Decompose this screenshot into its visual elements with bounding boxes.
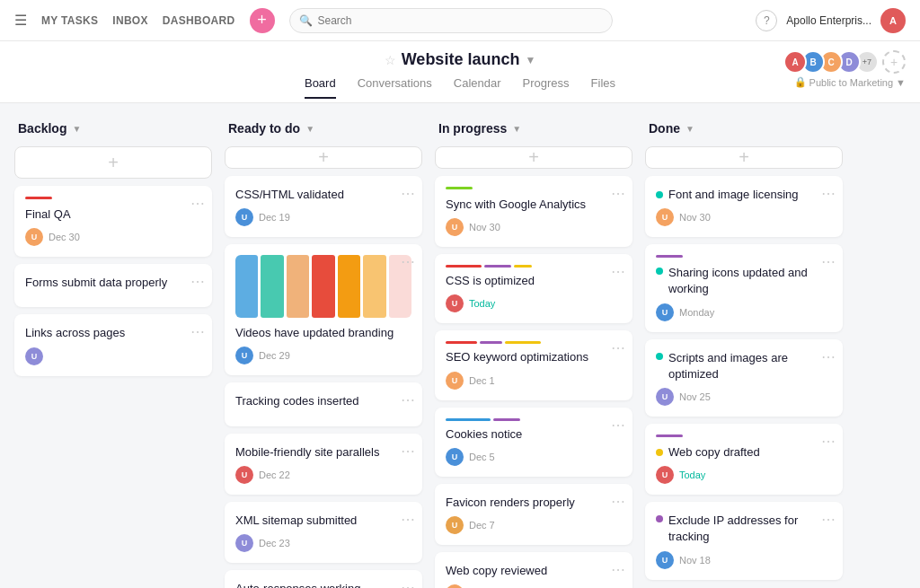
- tab-board[interactable]: Board: [305, 76, 336, 99]
- card-more-icon[interactable]: ⋯: [401, 579, 415, 588]
- card-title: Final QA: [25, 206, 201, 223]
- my-tasks-link[interactable]: MY TASKS: [41, 14, 98, 27]
- card-mobile-friendly[interactable]: Mobile-friendly site parallels U Dec 22 …: [225, 434, 422, 495]
- card-meta: U: [25, 347, 201, 365]
- card-title: Tracking codes inserted: [235, 393, 411, 409]
- card-avatar: U: [446, 516, 464, 534]
- progress-bar-1: [446, 265, 482, 268]
- card-avatar: U: [235, 347, 253, 364]
- column-in-progress: In progress ▼ + Sync with Google Analyti…: [435, 121, 632, 570]
- card-css-html[interactable]: CSS/HTML validated U Dec 19 ⋯: [225, 176, 422, 237]
- column-done: Done ▼ + Font and image licensing U Nov …: [645, 121, 843, 570]
- card-cookies-notice[interactable]: Cookies notice U Dec 5 ⋯: [435, 408, 632, 477]
- card-avatar: U: [656, 551, 674, 569]
- card-more-icon[interactable]: ⋯: [611, 185, 625, 202]
- column-dropdown-progress[interactable]: ▼: [512, 124, 521, 134]
- add-card-backlog[interactable]: +: [14, 146, 212, 179]
- card-exclude-ip[interactable]: Exclude IP addresses for tracking U Nov …: [645, 502, 843, 579]
- column-dropdown-done[interactable]: ▼: [686, 124, 694, 134]
- card-seo-keyword[interactable]: SEO keyword optimizations U Dec 1 ⋯: [435, 330, 632, 399]
- card-meta: U Nov 18: [656, 551, 832, 569]
- card-forms-submit[interactable]: Forms submit data properly ⋯: [14, 264, 212, 307]
- card-css-optimized[interactable]: CSS is optimized U Today ⋯: [435, 254, 632, 323]
- card-more-icon[interactable]: ⋯: [821, 433, 836, 450]
- card-date: Dec 22: [259, 470, 290, 480]
- progress-bars: [446, 341, 622, 344]
- add-button[interactable]: +: [250, 8, 275, 33]
- tab-progress[interactable]: Progress: [523, 76, 570, 99]
- card-more-icon[interactable]: ⋯: [821, 185, 836, 202]
- help-button[interactable]: ?: [756, 10, 777, 31]
- card-web-copy-reviewed[interactable]: Web copy reviewed U Dec 9 ⋯: [435, 552, 632, 588]
- column-header-backlog: Backlog ▼: [14, 121, 212, 136]
- card-sharing-icons[interactable]: Sharing icons updated and working U Mond…: [645, 244, 843, 331]
- tab-calendar[interactable]: Calendar: [454, 76, 501, 99]
- swatch-3: [287, 255, 309, 318]
- swatch-6: [363, 255, 385, 318]
- column-title-done: Done: [649, 121, 680, 136]
- dashboard-link[interactable]: DASHBOARD: [163, 14, 235, 27]
- star-icon[interactable]: ☆: [385, 53, 396, 67]
- inbox-link[interactable]: INBOX: [112, 14, 148, 27]
- card-more-icon[interactable]: ⋯: [611, 561, 625, 578]
- add-card-progress[interactable]: +: [435, 146, 632, 169]
- member-avatar-1[interactable]: A: [783, 50, 807, 74]
- card-meta: U Dec 30: [25, 228, 201, 246]
- card-tracking-codes[interactable]: Tracking codes inserted ⋯: [225, 382, 422, 426]
- progress-bar-3: [514, 265, 532, 268]
- add-card-ready[interactable]: +: [225, 146, 422, 169]
- card-links-across[interactable]: Links across pages U ⋯: [14, 314, 212, 375]
- column-dropdown-backlog[interactable]: ▼: [72, 124, 81, 134]
- nav-right: ? Apollo Enterpris... A: [756, 8, 906, 33]
- status-dot: [656, 268, 663, 275]
- card-final-qa[interactable]: Final QA U Dec 30 ⋯: [14, 186, 212, 257]
- card-more-icon[interactable]: ⋯: [401, 185, 415, 202]
- card-avatar: U: [656, 466, 674, 484]
- card-meta: U Dec 29: [235, 347, 411, 364]
- card-more-icon[interactable]: ⋯: [821, 511, 836, 528]
- search-input[interactable]: [318, 14, 603, 27]
- card-meta: U Dec 23: [235, 534, 411, 552]
- project-tabs: Board Conversations Calendar Progress Fi…: [305, 76, 615, 99]
- progress-bar-2: [480, 341, 502, 344]
- card-scripts-images[interactable]: Scripts and images are optimized U Nov 2…: [645, 339, 843, 417]
- card-more-icon[interactable]: ⋯: [401, 511, 415, 528]
- column-dropdown-ready[interactable]: ▼: [305, 124, 314, 134]
- card-more-icon[interactable]: ⋯: [611, 493, 625, 510]
- card-favicon[interactable]: Favicon renders properly U Dec 7 ⋯: [435, 484, 632, 545]
- card-auto-responses[interactable]: Auto-responses working U Dec 28 ⋯: [225, 570, 422, 588]
- card-meta: U Nov 30: [446, 218, 622, 236]
- add-card-done[interactable]: +: [645, 146, 843, 169]
- card-more-icon[interactable]: ⋯: [190, 323, 205, 340]
- card-more-icon[interactable]: ⋯: [611, 263, 625, 280]
- card-font-image[interactable]: Font and image licensing U Nov 30 ⋯: [645, 176, 843, 237]
- card-xml-sitemap[interactable]: XML sitemap submitted U Dec 23 ⋯: [225, 502, 422, 563]
- title-dropdown-icon[interactable]: ▼: [525, 54, 535, 66]
- card-date-today: Today: [469, 298, 495, 309]
- card-title: Exclude IP addresses for tracking: [668, 513, 832, 545]
- card-sync-google[interactable]: Sync with Google Analytics U Nov 30 ⋯: [435, 176, 632, 247]
- card-avatar: U: [656, 388, 674, 406]
- card-more-icon[interactable]: ⋯: [190, 273, 205, 290]
- card-more-icon[interactable]: ⋯: [401, 443, 415, 460]
- card-more-icon[interactable]: ⋯: [401, 253, 415, 270]
- add-member-button[interactable]: +: [882, 50, 906, 74]
- card-more-icon[interactable]: ⋯: [611, 339, 625, 356]
- card-web-copy-drafted[interactable]: Web copy drafted U Today ⋯: [645, 424, 843, 495]
- card-more-icon[interactable]: ⋯: [401, 391, 415, 408]
- hamburger-icon[interactable]: ☰: [14, 12, 27, 29]
- card-more-icon[interactable]: ⋯: [611, 417, 625, 434]
- card-more-icon[interactable]: ⋯: [190, 195, 205, 212]
- card-title: Web copy drafted: [668, 444, 760, 461]
- card-more-icon[interactable]: ⋯: [821, 348, 836, 365]
- tab-conversations[interactable]: Conversations: [358, 76, 432, 99]
- card-title: Forms submit data properly: [25, 275, 201, 291]
- visibility-dropdown-icon[interactable]: ▼: [896, 77, 906, 88]
- card-date: Nov 30: [679, 212, 711, 223]
- tab-files[interactable]: Files: [591, 76, 615, 99]
- search-bar[interactable]: 🔍: [289, 8, 613, 33]
- card-meta: U Today: [446, 294, 622, 312]
- card-more-icon[interactable]: ⋯: [821, 253, 836, 270]
- user-avatar[interactable]: A: [880, 8, 906, 33]
- card-videos-branding[interactable]: Videos have updated branding U Dec 29 ⋯: [225, 244, 422, 375]
